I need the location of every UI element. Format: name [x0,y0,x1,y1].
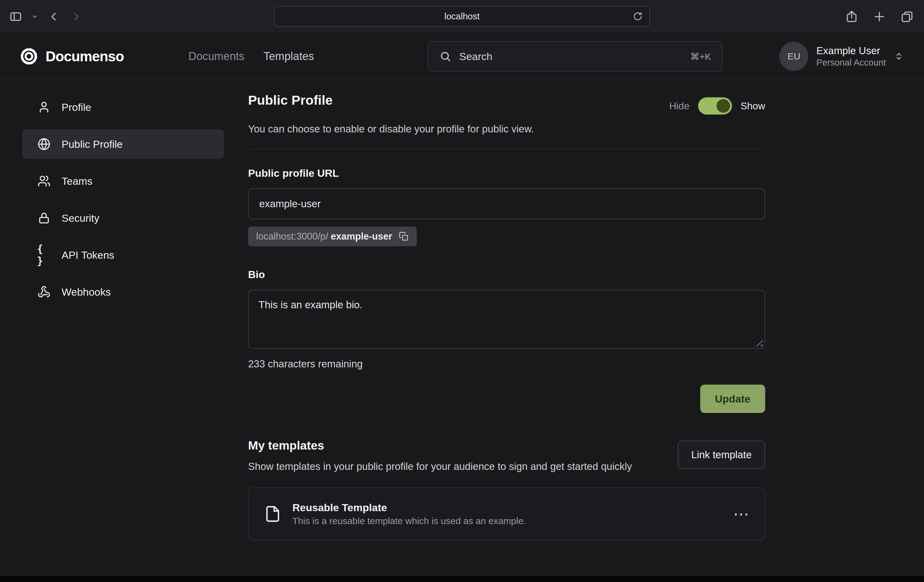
nav-templates[interactable]: Templates [264,50,314,63]
profile-url-copy[interactable]: localhost:3000/p/ example-user [248,227,417,246]
copy-icon [399,231,409,241]
page-title: Public Profile [248,93,333,108]
webhook-icon [37,286,51,298]
brand[interactable]: Documenso [20,47,124,66]
template-card: Reusable Template This is a reusable tem… [248,488,765,541]
braces-icon: { } [37,243,51,267]
bio-label: Bio [248,268,765,281]
sidebar-toggle-icon[interactable] [9,10,22,23]
search-input[interactable] [459,51,682,63]
share-icon[interactable] [845,10,858,23]
sidebar-item-label: Public Profile [61,138,122,150]
sidebar-item-label: Webhooks [61,286,111,298]
profile-visibility-control: Hide Show [669,97,765,114]
avatar: EU [779,42,808,71]
search-bar[interactable]: ⌘+K [428,41,723,72]
profile-url-label: Public profile URL [248,167,765,179]
top-nav: Documents Templates [188,50,314,63]
template-name: Reusable Template [292,502,526,513]
divider [248,149,765,149]
chevron-up-down-icon [894,51,904,61]
search-icon [439,51,451,62]
documenso-logo-icon [20,47,38,66]
account-menu[interactable]: EU Example User Personal Account [779,42,904,71]
back-icon[interactable] [48,10,60,23]
nav-documents[interactable]: Documents [188,50,244,63]
sidebar-item-label: API Tokens [61,249,114,261]
reload-icon[interactable] [633,12,643,21]
link-template-button[interactable]: Link template [678,441,765,469]
sidebar-item-profile[interactable]: Profile [22,93,224,122]
file-icon [264,505,281,522]
sidebar-item-label: Profile [61,101,91,113]
brand-name: Documenso [46,48,124,64]
toggle-knob [716,99,730,113]
globe-icon [37,138,51,150]
show-label: Show [741,100,765,112]
my-templates-title: My templates [248,439,632,452]
sidebar-item-label: Teams [61,175,92,187]
user-account-type: Personal Account [816,58,886,67]
forward-icon[interactable] [69,10,82,23]
template-meta: Reusable Template This is a reusable tem… [292,502,526,526]
update-button[interactable]: Update [700,385,765,413]
sidebar-item-public-profile[interactable]: Public Profile [22,129,224,159]
sidebar-item-webhooks[interactable]: Webhooks [22,277,224,307]
user-icon [37,101,51,114]
user-meta: Example User Personal Account [816,46,886,67]
sidebar-item-label: Security [61,212,99,224]
hide-label: Hide [669,100,690,112]
toolbar-chevron-down-icon[interactable] [31,13,38,20]
sidebar-item-teams[interactable]: Teams [22,166,224,196]
template-description: This is a reusable template which is use… [292,516,526,526]
user-name: Example User [816,46,886,56]
new-tab-icon[interactable] [873,10,886,23]
url-prefix: localhost:3000/p/ [256,231,328,242]
address-bar[interactable]: localhost [274,6,650,27]
public-profile-settings: Public Profile Hide Show You can choose … [248,93,765,541]
app-header: Documenso Documents Templates ⌘+K EU Exa… [0,33,924,80]
url-text: localhost [444,12,480,21]
settings-sidebar: Profile Public Profile Teams Security { … [22,93,224,307]
browser-toolbar: localhost [0,0,924,33]
my-templates-description: Show templates in your public profile fo… [248,460,632,473]
title-block: Public Profile [248,93,333,108]
profile-url-input[interactable] [248,188,765,219]
app-window: localhost Documenso Do [0,0,924,582]
templates-head-text: My templates Show templates in your publ… [248,439,632,473]
toolbar-right-group [845,0,914,33]
search-shortcut: ⌘+K [690,51,711,62]
url-slug: example-user [330,231,392,242]
characters-remaining: 233 characters remaining [248,358,765,370]
bio-textarea[interactable]: This is an example bio. [248,290,765,349]
page-subtitle: You can choose to enable or disable your… [248,122,765,135]
bottom-strip [0,576,924,582]
lock-icon [37,212,51,225]
sidebar-item-security[interactable]: Security [22,203,224,233]
sidebar-item-api-tokens[interactable]: { } API Tokens [22,240,224,270]
toolbar-left-group [9,0,82,33]
template-menu-icon[interactable]: ⋯ [733,510,749,518]
profile-visibility-toggle[interactable] [698,97,732,114]
users-icon [37,175,51,187]
tabs-overview-icon[interactable] [901,10,914,23]
